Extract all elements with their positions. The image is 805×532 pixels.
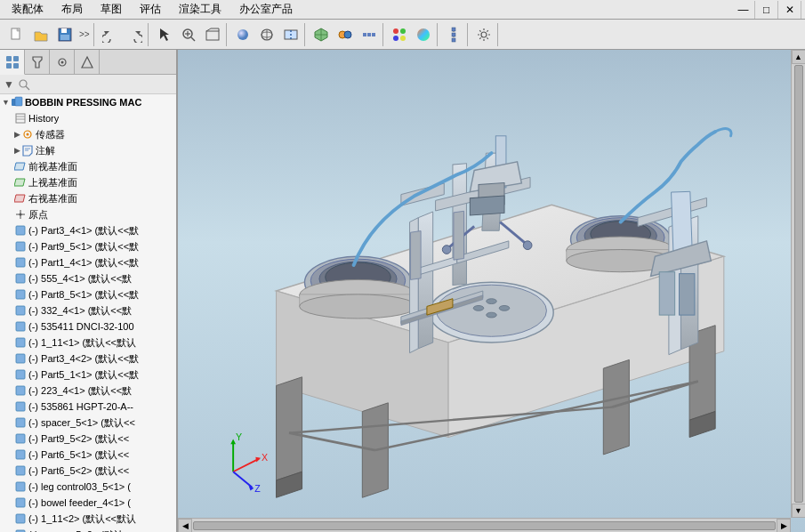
tree-item-part6-5-2[interactable]: (-) Part6_5<2> (默认<< — [0, 463, 176, 479]
spacer-5-2-label: (-) spacer_5<2> (默认<< — [28, 528, 135, 533]
undo-button[interactable] — [99, 23, 122, 46]
menu-item-evaluate[interactable]: 评估 — [132, 0, 169, 20]
options-button[interactable] — [472, 23, 495, 46]
scroll-up-button[interactable]: ▲ — [792, 50, 806, 64]
menu-item-assembly[interactable]: 装配体 — [4, 0, 52, 20]
select-button[interactable] — [153, 23, 176, 46]
tab-property-manager[interactable] — [25, 50, 50, 75]
wireframe-button[interactable] — [255, 23, 278, 46]
tree-item-spacer-5-1[interactable]: (-) spacer_5<1> (默认<< — [0, 415, 176, 431]
tree-item-part8-5-1[interactable]: (-) Part8_5<1> (默认<<默 — [0, 286, 176, 302]
menu-item-office[interactable]: 办公室产品 — [231, 0, 301, 20]
tree-item-part5-1-1[interactable]: (-) Part5_1<1> (默认<<默 — [0, 367, 176, 383]
toolbar-group-select — [151, 23, 227, 46]
redo-button[interactable] — [123, 23, 146, 46]
tree-item-1-11-2[interactable]: (-) 1_11<2> (默认<<默认 — [0, 511, 176, 527]
tree-item-part1-4-1[interactable]: (-) Part1_4<1> (默认<<默 — [0, 254, 176, 270]
part5-1-1-label: (-) Part5_1<1> (默认<<默 — [28, 368, 139, 382]
tree-item-555-4-1[interactable]: (-) 555_4<1> (默认<<默 — [0, 270, 176, 286]
toolbar-group-edit — [97, 23, 149, 46]
view-orient-button[interactable] — [201, 23, 224, 46]
tree-item-history[interactable]: History — [0, 110, 176, 126]
right-plane-label: 右视基准面 — [28, 192, 77, 206]
tree-item-332-4-1[interactable]: (-) 332_4<1> (默认<<默 — [0, 302, 176, 318]
svg-line-155 — [233, 472, 252, 487]
svg-marker-91 — [277, 377, 302, 480]
panel-tabs — [0, 50, 176, 75]
exploded-view-button[interactable] — [442, 23, 465, 46]
maximize-button[interactable]: □ — [755, 1, 778, 19]
section-view-button[interactable] — [279, 23, 302, 46]
shaded-display-button[interactable] — [231, 23, 254, 46]
tree-item-leg-control03[interactable]: (-) leg control03_5<1> ( — [0, 479, 176, 495]
part9-5-1-label: (-) Part9_5<1> (默认<<默 — [28, 240, 139, 254]
svg-marker-60 — [14, 163, 25, 170]
tree-item-535411[interactable]: (-) 535411 DNCI-32-100 — [0, 318, 176, 335]
tree-item-part3-4-1[interactable]: (-) Part3_4<1> (默认<<默 — [0, 222, 176, 238]
minimize-button[interactable]: — — [732, 1, 755, 19]
tab-display-manager[interactable] — [75, 50, 100, 75]
tree-item-part6-5-1[interactable]: (-) Part6_5<1> (默认<< — [0, 447, 176, 463]
linear-pattern-button[interactable] — [358, 23, 381, 46]
viewport-3d[interactable]: Y X Z ▲ ▼ ◀ ▶ — [178, 50, 805, 532]
tree-item-front-plane[interactable]: 前视基准面 — [0, 158, 176, 174]
scroll-thumb-vertical[interactable] — [794, 65, 803, 503]
menu-item-sketch[interactable]: 草图 — [93, 0, 130, 20]
open-button[interactable] — [29, 23, 52, 46]
part6-5-2-label: (-) Part6_5<2> (默认<< — [28, 464, 129, 478]
tree-item-part3-4-2[interactable]: (-) Part3_4<2> (默认<<默 — [0, 351, 176, 367]
tree-item-note[interactable]: ▶ 注解 — [0, 142, 176, 158]
svg-rect-69 — [16, 274, 25, 283]
viewport-scrollbar-horizontal[interactable]: ◀ ▶ — [178, 518, 791, 532]
svg-point-32 — [400, 28, 406, 34]
scroll-thumb-horizontal[interactable] — [193, 521, 776, 530]
tree-item-part9-5-2[interactable]: (-) Part9_5<2> (默认<< — [0, 431, 176, 447]
tab-feature-manager[interactable] — [0, 50, 25, 75]
scroll-right-button[interactable]: ▶ — [777, 519, 791, 533]
scene-button[interactable] — [412, 23, 435, 46]
appearance-button[interactable] — [388, 23, 411, 46]
tree-item-origin[interactable]: 原点 — [0, 206, 176, 222]
tree-item-sensor[interactable]: ▶ 传感器 — [0, 126, 176, 142]
new-button[interactable] — [5, 23, 28, 46]
insert-component-button[interactable] — [310, 23, 333, 46]
tree-item-top-plane[interactable]: 上视基准面 — [0, 174, 176, 190]
bowel-feeder-label: (-) bowel feeder_4<1> ( — [28, 497, 131, 508]
535411-label: (-) 535411 DNCI-32-100 — [28, 321, 134, 332]
tree-item-part9-5-1[interactable]: (-) Part9_5<1> (默认<<默 — [0, 238, 176, 254]
scroll-down-button[interactable]: ▼ — [792, 504, 806, 518]
svg-rect-53 — [16, 114, 25, 123]
svg-rect-71 — [16, 306, 25, 315]
menu-item-render[interactable]: 渲染工具 — [171, 0, 229, 20]
feature-tree-panel: ▼ ▼ BOBBIN PRESSING MAC History ▶ 传感器 — [0, 50, 178, 532]
tree-item-535861[interactable]: (-) 535861 HGPT-20-A-- — [0, 399, 176, 415]
menu-item-layout[interactable]: 布局 — [53, 0, 91, 20]
tree-item-spacer-5-2[interactable]: (-) spacer_5<2> (默认<< — [0, 527, 176, 532]
svg-rect-29 — [367, 33, 371, 36]
svg-rect-127 — [470, 196, 504, 215]
svg-rect-30 — [372, 33, 375, 36]
zoom-fit-button[interactable] — [177, 23, 200, 46]
toolbar-group-settings — [471, 23, 498, 46]
tree-item-bowel-feeder[interactable]: (-) bowel feeder_4<1> ( — [0, 495, 176, 511]
svg-point-47 — [60, 61, 63, 64]
save-button[interactable] — [53, 23, 76, 46]
mate-button[interactable] — [334, 23, 357, 46]
close-button[interactable]: ✕ — [778, 1, 801, 19]
svg-rect-67 — [16, 242, 25, 251]
svg-rect-28 — [363, 33, 366, 36]
viewport-scrollbar-vertical[interactable]: ▲ ▼ — [791, 50, 805, 518]
scroll-left-button[interactable]: ◀ — [178, 519, 192, 533]
part1-4-1-label: (-) Part1_4<1> (默认<<默 — [28, 256, 139, 270]
tree-root-item[interactable]: ▼ BOBBIN PRESSING MAC — [0, 94, 176, 110]
file-toolbar-expand[interactable]: >> — [77, 29, 92, 39]
555-4-1-label: (-) 555_4<1> (默认<<默 — [28, 272, 132, 286]
svg-rect-84 — [16, 514, 25, 523]
svg-rect-68 — [16, 258, 25, 267]
tree-item-223-4-1[interactable]: (-) 223_4<1> (默认<<默 — [0, 383, 176, 399]
svg-text:Y: Y — [236, 431, 242, 442]
tab-configuration-manager[interactable] — [50, 50, 75, 75]
tree-item-right-plane[interactable]: 右视基准面 — [0, 190, 176, 206]
part3-4-2-label: (-) Part3_4<2> (默认<<默 — [28, 352, 139, 366]
tree-item-1-11-1[interactable]: (-) 1_11<1> (默认<<默认 — [0, 335, 176, 351]
